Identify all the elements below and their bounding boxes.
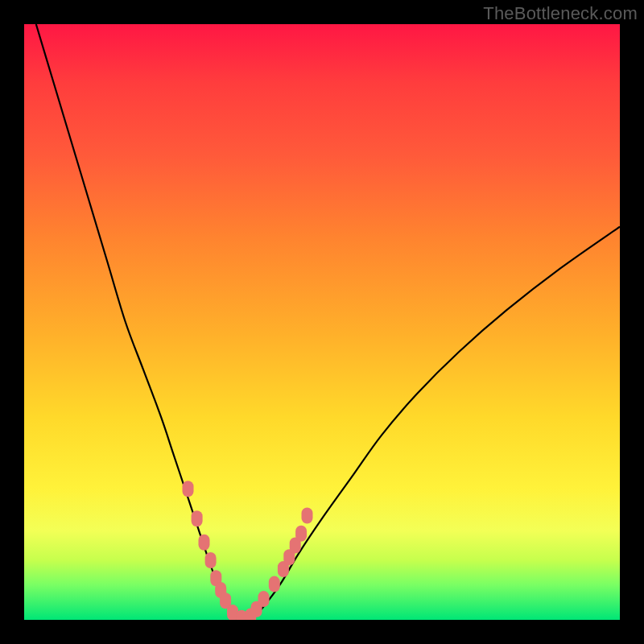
watermark-text: TheBottleneck.com [483,3,638,24]
sample-dot [258,591,270,607]
plot-area [24,24,620,620]
sample-dot [192,510,203,526]
sample-dot [199,535,210,551]
sample-dot [295,526,307,542]
chart-frame: TheBottleneck.com [0,0,644,644]
bottleneck-curve-svg [24,24,620,620]
curve-group [36,24,620,620]
bottleneck-curve [36,24,620,620]
sample-dot [183,481,194,497]
sample-dot [269,576,280,592]
sample-dot [302,508,313,524]
sample-dots-group [183,481,313,620]
sample-dot [205,552,217,568]
